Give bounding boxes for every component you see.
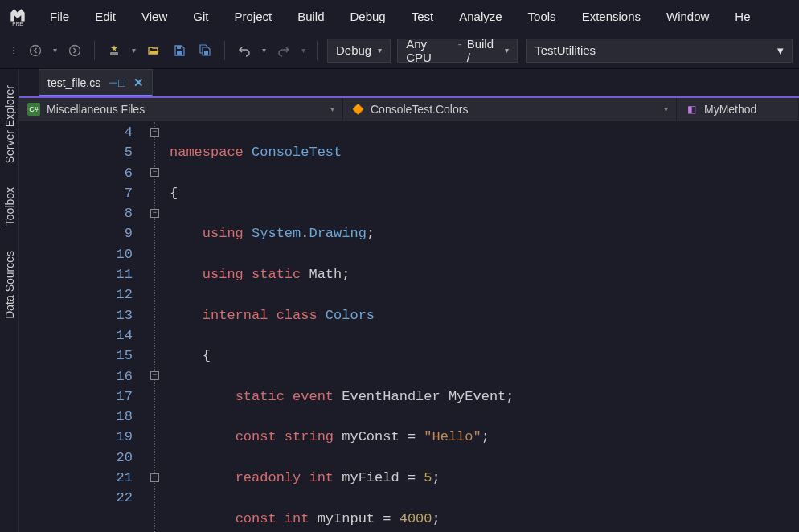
config-label: Debug [336,43,371,57]
run-label: Build / [467,37,499,64]
chevron-down-icon: ▾ [777,43,784,58]
undo-dropdown[interactable]: ▾ [259,46,269,55]
startup-label: TestUtilities [535,43,596,57]
svg-rect-3 [110,52,118,55]
menu-help[interactable]: He [722,3,763,30]
nav-class-dropdown[interactable]: 🔶 ConsoleTest.Colors ▾ [343,98,677,120]
menu-file[interactable]: File [37,3,82,30]
svg-point-1 [31,45,41,55]
menu-view[interactable]: View [129,3,180,30]
nav-back-dropdown[interactable]: ▾ [50,46,60,55]
nav-back-button[interactable] [24,39,47,62]
nav-member-dropdown[interactable]: ◧ MyMethod [677,98,799,120]
menu-git[interactable]: Git [180,3,221,30]
open-file-button[interactable] [142,39,165,62]
side-tab-server-explorer[interactable]: Server Explorer [2,79,18,170]
close-icon[interactable]: ✕ [133,76,144,90]
code-editor[interactable]: 45678910111213141516171819202122 − − − −… [19,122,799,532]
menubar: PRE File Edit View Git Project Build Deb… [0,0,799,32]
config-dropdown[interactable]: Debug ▾ [327,39,391,63]
new-item-button[interactable] [103,39,125,62]
menu-analyze[interactable]: Analyze [446,3,514,30]
svg-rect-6 [204,51,208,55]
separator [317,41,318,60]
app-logo: PRE [6,4,29,28]
fold-column: − − − − − [144,122,170,532]
save-button[interactable] [168,39,191,62]
separator [94,41,95,60]
platform-label: Any CPU [406,37,453,64]
menu-extensions[interactable]: Extensions [569,3,654,30]
svg-point-2 [70,45,80,55]
menu-test[interactable]: Test [399,3,447,30]
undo-button[interactable] [233,39,256,62]
nav-scope-dropdown[interactable]: C# Miscellaneous Files ▾ [19,98,343,120]
svg-rect-4 [177,46,181,49]
menu-window[interactable]: Window [654,3,722,30]
nav-member-label: MyMethod [704,103,756,116]
toolbar: ⋮ ▾ ▾ ▾ ▾ Debug ▾ Any CPU - Build / ▾ [0,32,799,69]
chevron-down-icon: ▾ [505,46,509,55]
menu-tools[interactable]: Tools [515,3,569,30]
menu-project[interactable]: Project [221,3,285,30]
fold-toggle[interactable]: − [150,168,159,177]
csharp-file-icon: C# [27,103,40,116]
document-tabs: test_file.cs ⊣□ ✕ [19,69,799,96]
new-item-dropdown[interactable]: ▾ [129,46,139,55]
fold-toggle[interactable]: − [150,209,159,218]
code-nav-bar: C# Miscellaneous Files ▾ 🔶 ConsoleTest.C… [19,96,799,121]
nav-scope-label: Miscellaneous Files [47,103,145,116]
fold-toggle[interactable]: − [150,473,159,482]
tab-filename: test_file.cs [47,76,100,89]
nav-forward-button[interactable] [64,39,86,62]
redo-dropdown[interactable]: ▾ [298,46,309,55]
nav-class-label: ConsoleTest.Colors [371,103,468,116]
class-icon: 🔶 [351,103,364,116]
side-tab-data-sources[interactable]: Data Sources [2,244,18,325]
pin-icon[interactable]: ⊣□ [109,76,125,89]
svg-text:PRE: PRE [12,21,23,27]
line-numbers: 45678910111213141516171819202122 [19,122,144,532]
save-all-button[interactable] [194,39,216,62]
toolbar-handle-icon[interactable]: ⋮ [6,46,21,55]
redo-button[interactable] [272,39,295,62]
menu-build[interactable]: Build [285,3,337,30]
platform-dropdown[interactable]: Any CPU - Build / ▾ [397,39,518,63]
method-icon: ◧ [685,103,698,116]
chevron-down-icon: ▾ [664,104,668,113]
side-tab-toolbox[interactable]: Toolbox [2,181,18,232]
document-well: test_file.cs ⊣□ ✕ C# Miscellaneous Files… [19,69,799,532]
code-content[interactable]: namespace ConsoleTest { using System.Dra… [170,122,799,532]
chevron-down-icon: ▾ [330,104,334,113]
menu-edit[interactable]: Edit [82,3,129,30]
svg-rect-5 [177,51,182,55]
separator [224,41,225,60]
menu-debug[interactable]: Debug [338,3,399,30]
startup-project-dropdown[interactable]: TestUtilities ▾ [526,39,793,63]
chevron-down-icon: ▾ [378,46,382,55]
fold-toggle[interactable]: − [150,371,159,380]
side-rail: Server Explorer Toolbox Data Sources [0,69,19,532]
fold-toggle[interactable]: − [150,128,159,137]
document-tab[interactable]: test_file.cs ⊣□ ✕ [39,69,153,96]
